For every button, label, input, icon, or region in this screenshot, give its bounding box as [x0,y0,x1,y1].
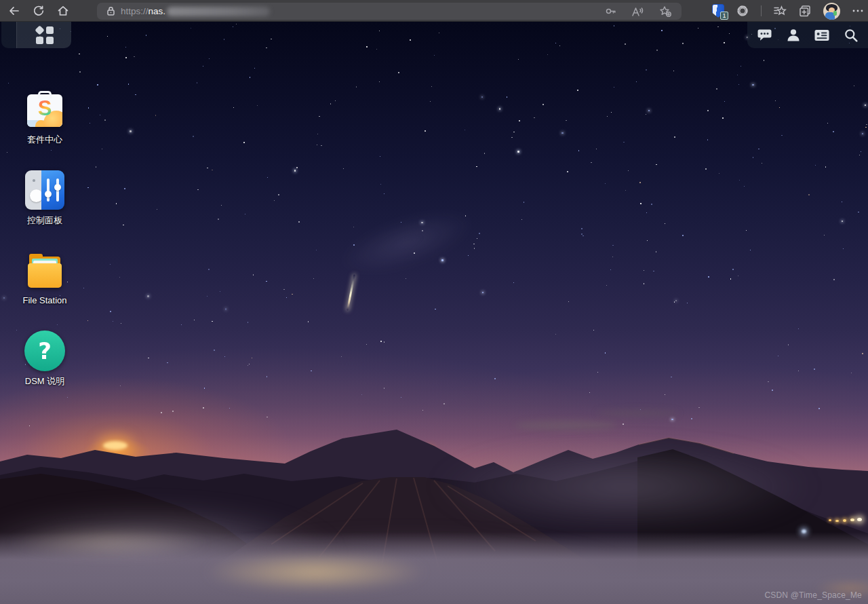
shortcut-label: File Station [22,295,66,305]
notifications-button[interactable] [753,24,776,47]
bitwarden-badge: 1 [720,12,728,20]
password-key-icon[interactable] [605,5,616,17]
url-scheme: https:// [121,6,149,16]
shortcut-package-center[interactable]: S 套件中心 [12,90,77,146]
collections-icon[interactable] [798,5,812,18]
show-desktop-strip[interactable] [1,22,17,48]
shortcut-label: 套件中心 [27,134,62,146]
village-light [835,520,839,522]
file-station-icon [25,251,64,290]
home-icon [57,5,69,17]
village-light [857,518,862,521]
settings-more-icon[interactable] [852,9,864,13]
taskbar-right-panel [747,22,868,48]
extension-gear-icon[interactable] [736,4,749,18]
dsm-desktop: S 套件中心 控制面板 File Station ? DSM 说明 CSDN [0,22,868,604]
url-redacted-blur [167,7,270,16]
back-button[interactable] [4,2,24,20]
bitwarden-extension-icon[interactable]: 1 [712,4,724,18]
widgets-button[interactable] [810,24,833,47]
shortcut-label: 控制面板 [27,214,62,227]
shortcut-dsm-help[interactable]: ? DSM 说明 [12,331,77,388]
widgets-icon [814,28,830,43]
lock-icon [106,6,115,16]
control-panel-icon [25,170,64,210]
chat-bubble-icon [757,27,772,43]
favorites-hub-icon[interactable] [773,5,787,17]
main-menu-grid-icon [35,26,54,44]
browser-toolbar: https://nas. 1 [0,0,868,22]
package-center-icon: S [25,90,64,129]
village-light [843,519,846,522]
dsm-help-icon: ? [25,331,64,371]
watermark-text: CSDN @Time_Space_Me [764,590,862,600]
person-icon [786,28,801,43]
village-light [850,518,854,521]
url-host: nas. [149,6,166,16]
search-icon [844,28,859,43]
refresh-button[interactable] [28,2,49,20]
fog-patch [434,442,814,531]
back-arrow-icon [8,5,20,17]
shortcut-label: DSM 说明 [25,375,65,388]
profile-avatar[interactable] [823,3,840,20]
shortcut-file-station[interactable]: File Station [12,251,77,305]
avatar-item [833,11,837,16]
taskbar-left-panel [1,22,71,48]
main-menu-button[interactable] [17,22,71,48]
village-light [802,529,806,533]
refresh-icon [33,5,45,17]
url-text: https://nas. [121,6,165,16]
village-light [829,519,831,521]
address-bar[interactable]: https://nas. [97,3,682,20]
read-aloud-icon[interactable] [631,6,644,17]
toolbar-divider [761,5,762,16]
home-button[interactable] [53,2,73,20]
fog-warm-glow [7,527,210,557]
search-button[interactable] [840,24,863,47]
fog-warm-glow [203,552,427,592]
shortcut-control-panel[interactable]: 控制面板 [12,170,77,227]
add-favorite-star-icon[interactable] [659,5,672,18]
user-options-button[interactable] [782,24,805,47]
